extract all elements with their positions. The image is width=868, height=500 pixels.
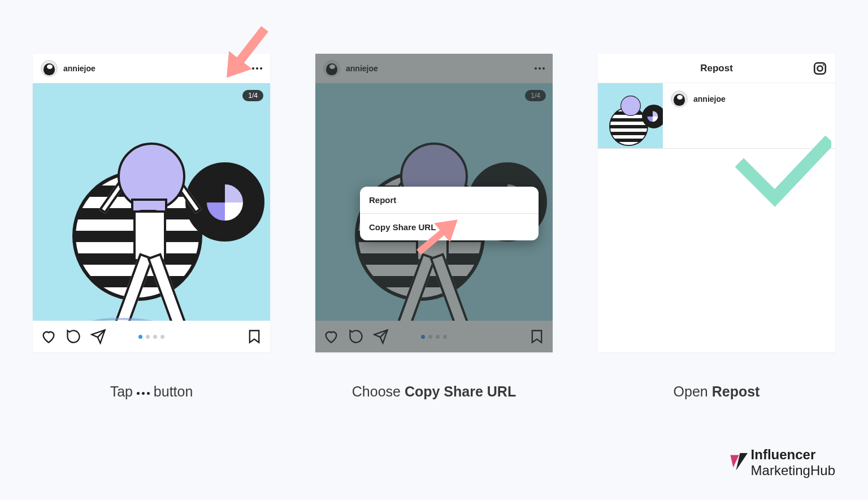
step-2-caption: Choose Copy Share URL: [352, 383, 516, 400]
avatar[interactable]: [41, 60, 58, 77]
share-icon[interactable]: [90, 329, 106, 344]
brand-logo: Influencer MarketingHub: [728, 447, 835, 479]
checkmark-icon: [735, 136, 831, 212]
username-label[interactable]: anniejoe: [63, 64, 96, 73]
carousel-counter: 1/4: [242, 90, 263, 101]
step-1: anniejoe 1/4 Tap button: [33, 54, 270, 400]
svg-point-2: [823, 64, 824, 66]
bookmark-icon[interactable]: [246, 329, 262, 344]
repost-thumbnail: [598, 83, 663, 148]
heart-icon[interactable]: [41, 329, 57, 344]
step-3: Repost anniejoe Open Repost: [598, 54, 835, 400]
instagram-post-panel: anniejoe 1/4: [33, 54, 270, 352]
pointer-arrow-icon: [208, 23, 270, 76]
repost-header: Repost: [598, 54, 835, 83]
carousel-dots: [138, 335, 164, 339]
repost-user: anniejoe: [663, 83, 734, 115]
pointer-arrow-icon: [418, 221, 468, 265]
svg-point-1: [817, 66, 822, 71]
post-actions-bar: [33, 321, 270, 352]
instagram-icon[interactable]: [813, 61, 827, 76]
username-label: anniejoe: [693, 94, 726, 104]
step-3-caption: Open Repost: [674, 383, 760, 400]
step-1-caption: Tap button: [110, 383, 193, 400]
instagram-post-panel-dimmed: anniejoe 1/4 Report Copy Share URL: [315, 54, 553, 352]
avatar: [671, 90, 688, 107]
repost-title: Repost: [700, 63, 733, 74]
comment-icon[interactable]: [66, 329, 81, 344]
post-image[interactable]: 1/4: [33, 83, 270, 321]
